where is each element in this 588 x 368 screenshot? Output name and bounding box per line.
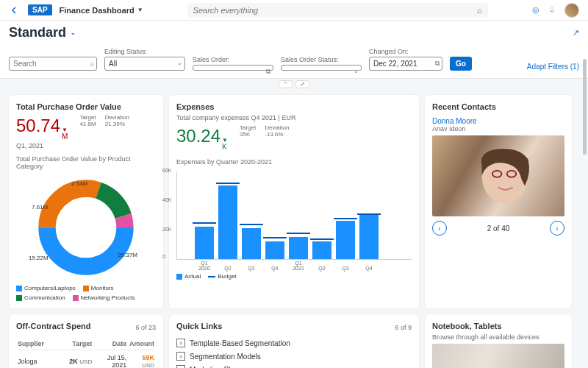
quick-links-card: Quick Links 6 of 9 ≡Template-Based Segme…: [169, 314, 419, 368]
kpi-unit: ▼M: [62, 127, 68, 141]
search-icon: ⌕: [477, 6, 482, 15]
chart-subtitle: Total Purchase Order Value by Product Ca…: [16, 155, 156, 170]
off-contract-spend-card: Off-Contract Spend 6 of 23 SupplierTarge…: [9, 314, 163, 368]
filter-label: Editing Status:: [104, 48, 185, 55]
contact-pager: 2 of 40: [487, 224, 510, 233]
table-row[interactable]: Jologa2K USDJul 15, 202159K USD: [18, 352, 154, 368]
contact-photo: [432, 135, 564, 216]
chart-legend: Actual Budget: [176, 273, 412, 280]
card-title: Recent Contacts: [432, 102, 564, 111]
notebook-tablets-card[interactable]: Notebook, Tablets Browse through all ava…: [425, 314, 572, 368]
page-title-dropdown[interactable]: Standard⌄: [9, 25, 76, 40]
search-input[interactable]: [9, 57, 97, 71]
adapt-filters-link[interactable]: Adapt Filters (1): [527, 63, 579, 71]
share-icon[interactable]: ↗: [573, 28, 579, 38]
collapse-toggle[interactable]: ⌃: [278, 80, 293, 88]
app-title-text: Finance Dashboard: [60, 6, 135, 15]
card-title: Expenses: [176, 102, 412, 111]
sap-logo: SAP: [28, 4, 52, 15]
card-pager: 6 of 23: [135, 324, 156, 331]
bar-chart: 020K40K60K Q12020 Q2 Q3 Q4 Q12021 Q2 Q3 …: [176, 171, 412, 260]
list-icon: ≡: [176, 339, 185, 347]
quick-link-item[interactable]: ≡Marketing Plans: [176, 363, 412, 368]
global-search-input[interactable]: [187, 3, 488, 18]
contact-company: Anav Ideon: [432, 125, 564, 132]
kpi-value: 30.24: [176, 126, 220, 146]
scrollbar[interactable]: [583, 59, 587, 155]
go-button[interactable]: Go: [450, 57, 472, 71]
sales-order-input[interactable]: [193, 65, 273, 71]
user-avatar[interactable]: [564, 3, 579, 18]
card-subtitle: Browse through all available devices: [432, 333, 564, 341]
changed-on-input[interactable]: Dec 22, 2021: [369, 57, 442, 71]
donut-chart: 2.54M 7.61M 15.22M 25.37M: [35, 176, 137, 279]
card-title: Notebook, Tablets: [432, 322, 564, 330]
card-title: Total Purchase Order Value: [16, 102, 156, 111]
list-icon: ≡: [176, 365, 185, 368]
prev-contact-button[interactable]: ‹: [432, 221, 447, 236]
recent-contacts-card: Recent Contacts Donna Moore Anav Ideon ‹…: [425, 95, 572, 308]
card-title: Quick Links: [176, 322, 222, 330]
list-icon: ≡: [176, 352, 185, 361]
kpi-value: 50.74: [16, 116, 60, 136]
card-subtitle: Total company expenses Q4 2021 | EUR: [176, 114, 412, 121]
spend-table: SupplierTargetDateAmount Jologa2K USDJul…: [16, 336, 156, 368]
notification-icon[interactable]: ♤: [548, 5, 556, 15]
back-button[interactable]: [9, 4, 21, 16]
chevron-down-icon: ▼: [137, 7, 143, 13]
search-icon: ⌕: [90, 60, 94, 67]
chevron-down-icon: ⌄: [71, 29, 76, 36]
card-title: Off-Contract Spend: [16, 322, 90, 330]
editing-status-select[interactable]: All: [104, 57, 185, 71]
kpi-period: Q1, 2021: [16, 142, 156, 149]
app-title-dropdown[interactable]: Finance Dashboard▼: [60, 6, 143, 15]
kpi-unit: ▼K: [222, 138, 228, 151]
card-pager: 6 of 9: [395, 324, 412, 331]
notebook-image: [432, 344, 564, 368]
expenses-card: Expenses Total company expenses Q4 2021 …: [169, 95, 419, 308]
page-title-text: Standard: [9, 25, 66, 40]
target-icon[interactable]: ◎: [532, 5, 539, 15]
sales-status-select[interactable]: [281, 65, 362, 71]
filter-label: Sales Order Status:: [281, 56, 362, 63]
filter-label: Changed On:: [369, 48, 442, 55]
contact-name-link[interactable]: Donna Moore: [432, 117, 564, 125]
pin-toggle[interactable]: ⤢: [295, 80, 310, 88]
value-help-icon[interactable]: ⧉: [266, 68, 270, 76]
filter-label: Sales Order:: [193, 56, 273, 63]
quick-link-item[interactable]: ≡Segmentation Models: [176, 350, 412, 363]
purchase-order-card: Total Purchase Order Value 50.74 ▼M Targ…: [9, 95, 163, 308]
chart-legend: Computers/Laptops Monitors Communication…: [16, 285, 156, 301]
quick-link-item[interactable]: ≡Template-Based Segmentation: [176, 336, 412, 350]
value-help-icon[interactable]: ⧉: [435, 60, 440, 68]
chart-subtitle: Expenses by Quarter 2020-2021: [176, 158, 412, 166]
next-contact-button[interactable]: ›: [550, 221, 564, 236]
